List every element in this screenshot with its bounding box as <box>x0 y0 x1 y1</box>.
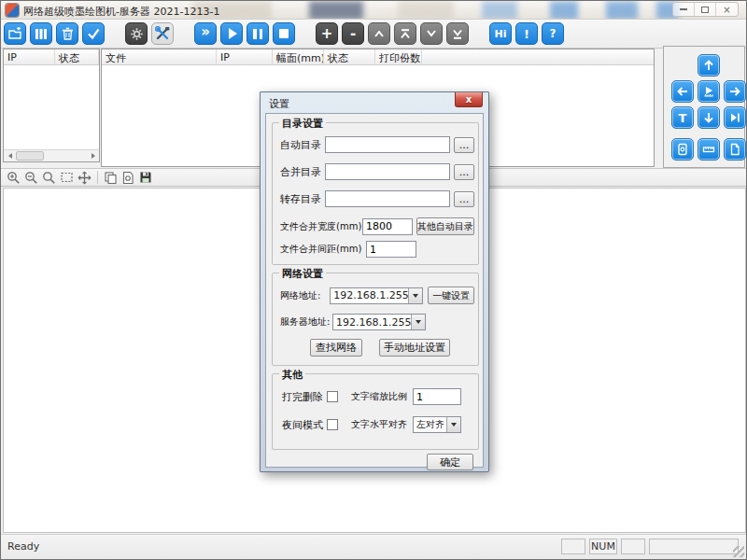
resize-grip[interactable] <box>733 546 744 557</box>
status-panel-cap <box>561 539 585 554</box>
close-button[interactable]: × <box>716 3 738 16</box>
move-right-pad-button[interactable] <box>724 80 746 103</box>
pan-button[interactable] <box>76 170 92 186</box>
column-header-ip[interactable]: IP <box>4 49 55 64</box>
arrow-up-icon <box>702 59 715 72</box>
text-pad-button[interactable]: T <box>671 106 694 129</box>
fast-forward-button[interactable]: » <box>194 22 217 45</box>
skip-end-icon <box>728 111 741 124</box>
zoom-button[interactable] <box>40 170 57 186</box>
zoom-in-button[interactable] <box>5 170 21 186</box>
directory-settings-group: 目录设置 自动目录 ... 合并目录 ... 转存目录 ... 文件合并宽度(m… <box>272 122 479 265</box>
merge-gap-input[interactable] <box>366 241 416 258</box>
titlebar-blur-artifact <box>482 1 517 20</box>
titlebar-blur-artifact <box>606 1 638 20</box>
dropdown-button[interactable] <box>408 288 422 303</box>
help-button[interactable]: ? <box>542 22 564 45</box>
client-list-hscrollbar[interactable] <box>4 149 99 161</box>
tools-icon <box>155 26 170 41</box>
text-align-value: 左对齐 <box>414 418 446 431</box>
zoom-out-icon <box>24 171 38 185</box>
select-region-button[interactable] <box>58 170 75 186</box>
network-address-combo[interactable]: 192.168.1.255 <box>330 287 423 304</box>
hi-button[interactable]: Hi <box>489 22 512 45</box>
delete-after-print-checkbox[interactable] <box>327 391 338 402</box>
minimize-button[interactable] <box>673 3 695 16</box>
one-key-setup-button[interactable]: 一键设置 <box>428 287 474 304</box>
merge-width-input[interactable] <box>362 218 413 235</box>
move-top-button[interactable] <box>394 22 416 45</box>
settings-tools-button[interactable] <box>151 22 174 45</box>
night-mode-checkbox[interactable] <box>327 419 338 430</box>
night-mode-label: 夜间模式 <box>282 418 323 432</box>
move-bottom-button[interactable] <box>446 22 469 45</box>
minus-icon: - <box>350 27 356 41</box>
decrease-button[interactable]: - <box>342 22 364 45</box>
confirm-button[interactable] <box>82 22 105 45</box>
maximize-button[interactable] <box>695 3 716 16</box>
move-left-pad-button[interactable] <box>671 80 694 103</box>
scroll-left-icon <box>8 153 12 159</box>
pause-icon <box>253 29 262 39</box>
manual-address-button[interactable]: 手动地址设置 <box>379 339 450 357</box>
ruler-pad-button[interactable] <box>698 138 720 161</box>
pause-button[interactable] <box>247 22 269 45</box>
dropdown-button[interactable] <box>411 315 425 329</box>
dialog-close-button[interactable]: x <box>455 92 483 107</box>
dropdown-button[interactable] <box>446 417 460 432</box>
scroll-left-button[interactable] <box>4 150 16 161</box>
column-header-ip[interactable]: IP <box>217 49 273 64</box>
scrollbar-thumb[interactable] <box>16 151 44 161</box>
alert-button[interactable]: ! <box>515 22 538 45</box>
scroll-right-button[interactable] <box>87 150 99 161</box>
settings-gear-button[interactable] <box>125 22 148 45</box>
page-icon <box>728 143 741 156</box>
column-view-button[interactable] <box>30 22 52 45</box>
text-scale-input[interactable] <box>413 388 461 405</box>
store-dir-browse-button[interactable]: ... <box>454 191 474 207</box>
merge-dir-browse-button[interactable]: ... <box>454 164 474 180</box>
print-preview-button[interactable] <box>120 170 136 186</box>
column-header-copies[interactable]: 打印份数 <box>375 49 422 64</box>
move-down-button[interactable] <box>420 22 443 45</box>
text-align-combo[interactable]: 左对齐 <box>413 416 461 433</box>
increase-button[interactable]: + <box>316 22 338 45</box>
server-address-combo[interactable]: 192.168.1.255 <box>332 314 426 330</box>
column-header-status[interactable]: 状态 <box>324 49 375 64</box>
column-header-file[interactable]: 文件 <box>102 49 217 64</box>
preview-play-button[interactable] <box>698 80 720 103</box>
hi-label: Hi <box>495 29 507 39</box>
column-header-empty <box>422 49 654 64</box>
merge-dir-input[interactable] <box>325 163 450 180</box>
column-header-size[interactable]: 幅面(mm) <box>273 49 324 64</box>
chevron-down-icon <box>425 28 438 39</box>
move-up-pad-button[interactable] <box>698 54 720 77</box>
other-auto-dir-button[interactable]: 其他自动目录 <box>416 217 474 235</box>
merge-gap-label: 文件合并间距(mm) <box>280 243 366 256</box>
copy-button[interactable] <box>102 170 119 186</box>
start-button[interactable] <box>220 22 243 45</box>
close-icon: × <box>723 5 730 15</box>
save-button[interactable] <box>137 170 154 186</box>
page-pad-button[interactable] <box>724 138 746 161</box>
open-files-button[interactable] <box>4 22 26 45</box>
status-panel-progress <box>649 539 739 554</box>
server-address-value: 192.168.1.255 <box>333 316 411 329</box>
client-list-panel: IP 状态 <box>3 49 100 162</box>
stop-button[interactable] <box>273 22 295 45</box>
title-bar: 网络超级喷墨绘图机-服务器 2021-1213-1 × <box>1 1 746 20</box>
other-settings-group: 其他 打完删除 文字缩放比例 夜间模式 文字水平对齐 左对齐 <box>272 373 479 450</box>
ok-button[interactable]: 确定 <box>427 454 473 470</box>
delete-button[interactable] <box>56 22 78 45</box>
auto-dir-input[interactable] <box>325 136 450 153</box>
store-dir-input[interactable] <box>325 190 450 207</box>
move-down-pad-button[interactable] <box>698 106 720 129</box>
skip-end-pad-button[interactable] <box>724 106 746 129</box>
column-header-status[interactable]: 状态 <box>55 49 99 64</box>
auto-dir-browse-button[interactable]: ... <box>454 137 474 153</box>
zoom-out-button[interactable] <box>22 170 39 186</box>
move-up-button[interactable] <box>368 22 390 45</box>
device-pad-button[interactable] <box>671 138 694 161</box>
open-folder-icon <box>8 27 22 40</box>
find-network-button[interactable]: 查找网络 <box>310 339 362 357</box>
